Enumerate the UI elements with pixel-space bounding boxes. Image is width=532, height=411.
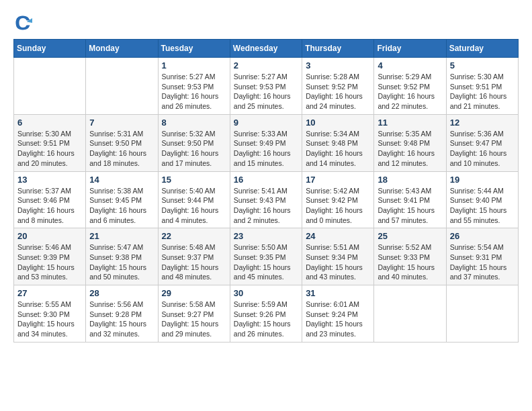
calendar-cell: 9Sunrise: 5:33 AMSunset: 9:49 PMDaylight… — [230, 114, 302, 171]
cell-info-text: Sunrise: 5:59 AM — [234, 300, 298, 310]
calendar-cell: 5Sunrise: 5:30 AMSunset: 9:51 PMDaylight… — [446, 58, 518, 115]
cell-info-text: Sunrise: 5:51 AM — [306, 242, 370, 253]
weekday-header-saturday: Saturday — [446, 40, 518, 58]
calendar-week-row: 1Sunrise: 5:27 AMSunset: 9:53 PMDaylight… — [14, 58, 519, 115]
cell-info-text: Sunrise: 5:34 AM — [306, 129, 370, 139]
day-number: 3 — [306, 60, 370, 71]
calendar-cell: 18Sunrise: 5:43 AMSunset: 9:41 PMDayligh… — [374, 171, 446, 228]
cell-info-text: Sunrise: 5:55 AM — [17, 300, 82, 310]
cell-info-text: Sunrise: 5:27 AM — [234, 72, 298, 82]
day-number: 15 — [162, 175, 226, 185]
cell-info-text: Sunset: 9:41 PM — [378, 195, 442, 205]
day-number: 24 — [306, 231, 370, 241]
cell-info-text: Sunrise: 5:56 AM — [89, 300, 154, 310]
weekday-header-monday: Monday — [86, 40, 158, 58]
cell-info-text: Sunset: 9:48 PM — [306, 138, 370, 148]
cell-info-text: Sunrise: 5:38 AM — [89, 186, 154, 196]
cell-info-text: Daylight: 15 hours and 37 minutes. — [450, 263, 515, 282]
cell-info-text: Sunset: 9:51 PM — [17, 138, 82, 148]
calendar-cell — [86, 58, 158, 115]
day-number: 22 — [162, 231, 226, 241]
cell-info-text: Sunset: 9:47 PM — [450, 138, 515, 148]
calendar-cell: 21Sunrise: 5:47 AMSunset: 9:38 PMDayligh… — [86, 228, 158, 285]
calendar-cell: 20Sunrise: 5:46 AMSunset: 9:39 PMDayligh… — [14, 228, 86, 285]
day-number: 2 — [234, 60, 298, 71]
cell-info-text: Daylight: 15 hours and 23 minutes. — [306, 319, 370, 338]
weekday-header-sunday: Sunday — [14, 40, 86, 58]
cell-info-text: Sunset: 9:35 PM — [234, 253, 298, 263]
weekday-header-tuesday: Tuesday — [158, 40, 230, 58]
day-number: 17 — [306, 175, 370, 185]
day-number: 8 — [162, 118, 226, 128]
cell-info-text: Sunset: 9:30 PM — [17, 310, 82, 320]
cell-info-text: Sunset: 9:50 PM — [162, 138, 226, 148]
cell-info-text: Sunrise: 5:48 AM — [162, 242, 226, 253]
cell-info-text: Daylight: 15 hours and 32 minutes. — [89, 319, 154, 338]
calendar-cell: 30Sunrise: 5:59 AMSunset: 9:26 PMDayligh… — [230, 285, 302, 342]
cell-info-text: Sunrise: 5:31 AM — [89, 129, 154, 139]
cell-info-text: Sunrise: 5:41 AM — [234, 186, 298, 196]
calendar-cell: 4Sunrise: 5:29 AMSunset: 9:52 PMDaylight… — [374, 58, 446, 115]
calendar-cell — [446, 285, 518, 342]
calendar-cell: 6Sunrise: 5:30 AMSunset: 9:51 PMDaylight… — [14, 114, 86, 171]
day-number: 28 — [89, 288, 154, 298]
cell-info-text: Sunset: 9:51 PM — [450, 82, 515, 92]
day-number: 11 — [378, 118, 442, 128]
day-number: 21 — [89, 231, 154, 241]
cell-info-text: Sunset: 9:45 PM — [89, 195, 154, 205]
day-number: 30 — [234, 288, 298, 298]
cell-info-text: Sunset: 9:53 PM — [162, 82, 226, 92]
cell-info-text: Sunrise: 5:37 AM — [17, 186, 82, 196]
calendar-cell: 19Sunrise: 5:44 AMSunset: 9:40 PMDayligh… — [446, 171, 518, 228]
cell-info-text: Sunrise: 5:27 AM — [162, 72, 226, 82]
day-number: 10 — [306, 118, 370, 128]
day-number: 9 — [234, 118, 298, 128]
cell-info-text: Sunrise: 5:32 AM — [162, 129, 226, 139]
calendar-cell — [14, 58, 86, 115]
cell-info-text: Sunset: 9:37 PM — [162, 253, 226, 263]
cell-info-text: Daylight: 15 hours and 55 minutes. — [450, 205, 515, 225]
day-number: 25 — [378, 231, 442, 241]
cell-info-text: Sunrise: 5:30 AM — [17, 129, 82, 139]
cell-info-text: Sunrise: 5:36 AM — [450, 129, 515, 139]
cell-info-text: Daylight: 16 hours and 22 minutes. — [378, 91, 442, 111]
cell-info-text: Daylight: 16 hours and 2 minutes. — [234, 205, 298, 225]
cell-info-text: Daylight: 16 hours and 21 minutes. — [450, 91, 515, 111]
cell-info-text: Sunrise: 5:47 AM — [89, 242, 154, 253]
weekday-header-row: SundayMondayTuesdayWednesdayThursdayFrid… — [14, 40, 519, 58]
weekday-header-friday: Friday — [374, 40, 446, 58]
calendar-cell: 17Sunrise: 5:42 AMSunset: 9:42 PMDayligh… — [302, 171, 374, 228]
cell-info-text: Sunrise: 5:28 AM — [306, 72, 370, 82]
cell-info-text: Sunset: 9:31 PM — [450, 253, 515, 263]
cell-info-text: Sunset: 9:39 PM — [17, 253, 82, 263]
cell-info-text: Sunset: 9:40 PM — [450, 195, 515, 205]
cell-info-text: Daylight: 16 hours and 26 minutes. — [162, 91, 226, 111]
calendar-table: SundayMondayTuesdayWednesdayThursdayFrid… — [13, 39, 519, 342]
calendar-cell: 26Sunrise: 5:54 AMSunset: 9:31 PMDayligh… — [446, 228, 518, 285]
calendar-cell: 29Sunrise: 5:58 AMSunset: 9:27 PMDayligh… — [158, 285, 230, 342]
cell-info-text: Sunrise: 5:50 AM — [234, 242, 298, 253]
logo-icon — [13, 13, 32, 32]
cell-info-text: Sunrise: 5:44 AM — [450, 186, 515, 196]
day-number: 20 — [17, 231, 82, 241]
cell-info-text: Sunset: 9:53 PM — [234, 82, 298, 92]
cell-info-text: Sunset: 9:43 PM — [234, 195, 298, 205]
cell-info-text: Sunset: 9:38 PM — [89, 253, 154, 263]
calendar-week-row: 20Sunrise: 5:46 AMSunset: 9:39 PMDayligh… — [14, 228, 519, 285]
cell-info-text: Sunset: 9:27 PM — [162, 310, 226, 320]
day-number: 29 — [162, 288, 226, 298]
logo — [13, 13, 35, 32]
cell-info-text: Daylight: 15 hours and 53 minutes. — [17, 263, 82, 282]
cell-info-text: Sunset: 9:34 PM — [306, 253, 370, 263]
cell-info-text: Daylight: 16 hours and 12 minutes. — [378, 148, 442, 168]
cell-info-text: Daylight: 16 hours and 10 minutes. — [450, 148, 515, 168]
calendar-week-row: 13Sunrise: 5:37 AMSunset: 9:46 PMDayligh… — [14, 171, 519, 228]
day-number: 5 — [450, 60, 515, 71]
calendar-cell: 28Sunrise: 5:56 AMSunset: 9:28 PMDayligh… — [86, 285, 158, 342]
calendar-cell: 23Sunrise: 5:50 AMSunset: 9:35 PMDayligh… — [230, 228, 302, 285]
calendar-cell: 22Sunrise: 5:48 AMSunset: 9:37 PMDayligh… — [158, 228, 230, 285]
cell-info-text: Sunset: 9:24 PM — [306, 310, 370, 320]
cell-info-text: Sunrise: 5:33 AM — [234, 129, 298, 139]
cell-info-text: Daylight: 15 hours and 34 minutes. — [17, 319, 82, 338]
cell-info-text: Sunrise: 5:43 AM — [378, 186, 442, 196]
